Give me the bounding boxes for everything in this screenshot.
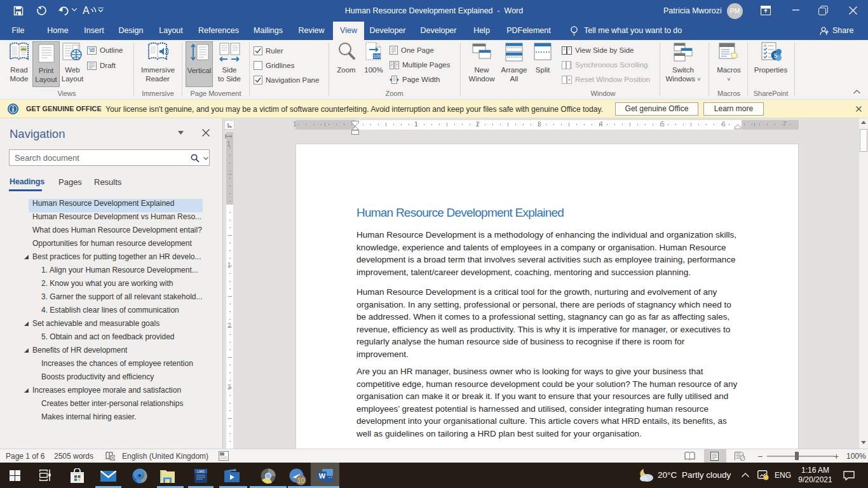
svg-text:S: S [774, 52, 778, 59]
svg-text:W: W [319, 472, 326, 480]
svg-text:10: 10 [297, 477, 304, 484]
svg-text:LMS: LMS [197, 470, 205, 473]
svg-text:100: 100 [373, 54, 381, 58]
